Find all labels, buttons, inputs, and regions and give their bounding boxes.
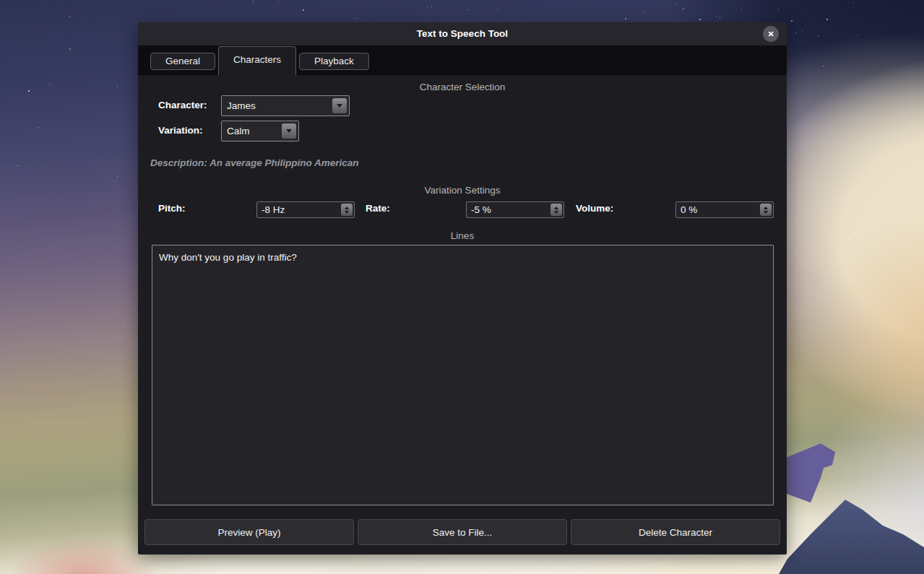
pitch-label: Pitch: xyxy=(158,203,186,214)
rate-input[interactable] xyxy=(471,202,540,217)
chevron-down-icon xyxy=(282,123,296,139)
variation-dropdown-value: Calm xyxy=(227,121,250,141)
section-variation-settings: Variation Settings xyxy=(138,185,787,196)
window-title: Text to Speech Tool xyxy=(138,22,787,45)
preview-play-button[interactable]: Preview (Play) xyxy=(144,519,354,545)
spinner-arrows-icon[interactable] xyxy=(341,204,353,216)
spinner-arrows-icon[interactable] xyxy=(760,204,772,216)
character-description: Description: An average Philippino Ameri… xyxy=(150,157,359,168)
variation-dropdown[interactable]: Calm xyxy=(221,121,299,142)
tab-general[interactable]: General xyxy=(150,53,215,70)
wallpaper-mountain-shape xyxy=(779,490,924,574)
rate-spinbox xyxy=(466,201,564,218)
tts-dialog: Text to Speech Tool ✕ General Characters… xyxy=(138,22,787,555)
character-label: Character: xyxy=(158,100,207,110)
volume-spinbox xyxy=(675,201,774,218)
volume-label: Volume: xyxy=(576,203,613,214)
button-row: Preview (Play) Save to File... Delete Ch… xyxy=(144,519,780,545)
volume-input[interactable] xyxy=(681,202,749,217)
rate-label: Rate: xyxy=(366,203,390,214)
chevron-down-icon xyxy=(332,98,347,113)
tab-characters[interactable]: Characters xyxy=(218,46,296,75)
close-button[interactable]: ✕ xyxy=(763,26,779,42)
close-icon: ✕ xyxy=(767,30,774,38)
save-to-file-button[interactable]: Save to File... xyxy=(358,519,567,545)
characters-tab-panel: Character Selection Character: James Var… xyxy=(138,75,787,555)
character-dropdown[interactable]: James xyxy=(221,95,350,116)
variation-label: Variation: xyxy=(158,125,203,136)
titlebar[interactable]: Text to Speech Tool ✕ xyxy=(138,22,787,45)
character-dropdown-value: James xyxy=(227,96,256,116)
tab-bar: General Characters Playback xyxy=(138,45,787,75)
pitch-spinbox xyxy=(256,201,355,218)
tab-playback[interactable]: Playback xyxy=(299,53,369,70)
pitch-input[interactable] xyxy=(262,202,330,217)
delete-character-button[interactable]: Delete Character xyxy=(571,519,780,545)
section-lines: Lines xyxy=(138,230,787,241)
section-character-selection: Character Selection xyxy=(138,82,787,92)
lines-textarea[interactable]: Why don't you go play in traffic? xyxy=(152,245,774,505)
spinner-arrows-icon[interactable] xyxy=(550,204,562,216)
